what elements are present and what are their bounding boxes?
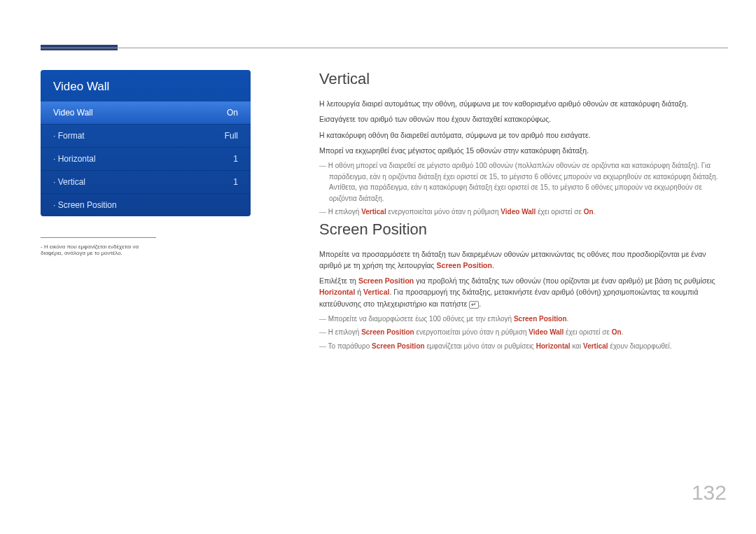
note-strong: Vertical xyxy=(583,342,608,350)
screen-position-heading: Screen Position xyxy=(319,220,727,239)
caption-text: Η εικόνα που εμφανίζεται ενδέχεται να δι… xyxy=(41,244,139,256)
p-text: Επιλέξτε τη xyxy=(319,276,358,285)
menu-caption: - Η εικόνα που εμφανίζεται ενδέχεται να … xyxy=(41,237,156,256)
note-strong: Screen Position xyxy=(361,328,414,336)
sp-p1: Μπορείτε να προσαρμόσετε τη διάταξη των … xyxy=(319,248,727,272)
p-strong: Horizontal xyxy=(319,288,355,296)
note-text: έχει οριστεί σε xyxy=(536,208,583,216)
menu-item-format[interactable]: · Format Full xyxy=(41,124,251,147)
caption-dash: - xyxy=(41,244,43,250)
vertical-note1: Η οθόνη μπορεί να διαιρεθεί σε μέγιστο α… xyxy=(319,160,727,204)
header-divider xyxy=(41,48,728,48)
menu-item-value: 1 xyxy=(233,177,238,187)
left-column: Video Wall Video Wall On · Format Full ·… xyxy=(41,70,251,256)
menu-title: Video Wall xyxy=(41,70,251,101)
p-text: . xyxy=(479,300,481,308)
sp-p2: Επιλέξτε τη Screen Position για προβολή … xyxy=(319,275,727,309)
note-text: ενεργοποιείται μόνο όταν η ρύθμιση xyxy=(414,328,529,336)
menu-item-label: · Vertical xyxy=(53,177,85,187)
menu-item-value: On xyxy=(227,108,238,118)
menu-item-label: · Format xyxy=(53,131,85,141)
vertical-p3: Η κατακόρυφη οθόνη θα διαιρεθεί αυτόματα… xyxy=(319,129,727,141)
note-text: . xyxy=(567,315,569,323)
note-text: Η επιλογή xyxy=(328,208,361,216)
sp-note2: Η επιλογή Screen Position ενεργοποιείται… xyxy=(319,327,727,338)
menu-item-vertical[interactable]: · Vertical 1 xyxy=(41,170,251,193)
menu-item-label: · Screen Position xyxy=(53,200,117,210)
vertical-heading: Vertical xyxy=(319,70,727,88)
note-text: ενεργοποιείται μόνο όταν η ρύθμιση xyxy=(386,208,501,216)
note-text: Μπορείτε να διαμορφώσετε έως 100 οθόνες … xyxy=(328,315,514,323)
vertical-p4: Μπορεί να εκχωρηθεί ένας μέγιστος αριθμό… xyxy=(319,145,727,156)
note-strong: Vertical xyxy=(361,208,386,216)
p-text: . xyxy=(492,261,494,269)
menu-item-value: 1 xyxy=(233,154,238,164)
menu-item-value: Full xyxy=(225,131,238,141)
note-strong: Video Wall xyxy=(500,208,536,216)
note-strong: Video Wall xyxy=(528,328,564,336)
menu-item-video-wall[interactable]: Video Wall On xyxy=(41,101,251,124)
note-text: έχει οριστεί σε xyxy=(564,328,611,336)
note-text: Το παράθυρο xyxy=(328,342,372,350)
note-text: εμφανίζεται μόνο όταν οι ρυθμίσεις xyxy=(425,342,536,350)
vertical-p2: Εισαγάγετε τον αριθμό των οθονών που έχο… xyxy=(319,113,727,125)
note-strong: On xyxy=(612,328,622,336)
enter-icon: ↵ xyxy=(469,301,479,309)
page-number: 132 xyxy=(692,481,727,505)
menu-item-label: · Horizontal xyxy=(53,154,96,164)
note-strong: Screen Position xyxy=(514,315,567,323)
p-text: ή xyxy=(355,288,363,296)
video-wall-menu: Video Wall Video Wall On · Format Full ·… xyxy=(41,70,251,216)
menu-item-label: Video Wall xyxy=(53,108,93,118)
p-strong: Screen Position xyxy=(358,276,414,285)
sp-note3: Το παράθυρο Screen Position εμφανίζεται … xyxy=(319,341,727,352)
p-text: για προβολή της διάταξης των οθονών (που… xyxy=(414,276,715,285)
p-strong: Screen Position xyxy=(437,261,492,269)
sp-note1: Μπορείτε να διαμορφώσετε έως 100 οθόνες … xyxy=(319,314,727,325)
right-column: Vertical Η λειτουργία διαιρεί αυτομάτως … xyxy=(319,70,727,354)
note-text: και xyxy=(570,342,583,350)
vertical-note2: Η επιλογή Vertical ενεργοποιείται μόνο ό… xyxy=(319,206,727,218)
p-strong: Vertical xyxy=(363,288,389,296)
note-strong: Horizontal xyxy=(536,342,570,350)
note-text: . xyxy=(594,208,596,216)
note-text: . xyxy=(622,328,624,336)
note-text: Η επιλογή xyxy=(328,328,361,336)
note-strong: Screen Position xyxy=(372,342,425,350)
menu-item-screen-position[interactable]: · Screen Position xyxy=(41,193,251,216)
p-text: Μπορείτε να προσαρμόσετε τη διάταξη των … xyxy=(319,250,706,269)
note-text: έχουν διαμορφωθεί. xyxy=(608,342,672,350)
note-strong: On xyxy=(584,208,594,216)
menu-item-horizontal[interactable]: · Horizontal 1 xyxy=(41,147,251,170)
vertical-p1: Η λειτουργία διαιρεί αυτομάτως την οθόνη… xyxy=(319,98,727,109)
